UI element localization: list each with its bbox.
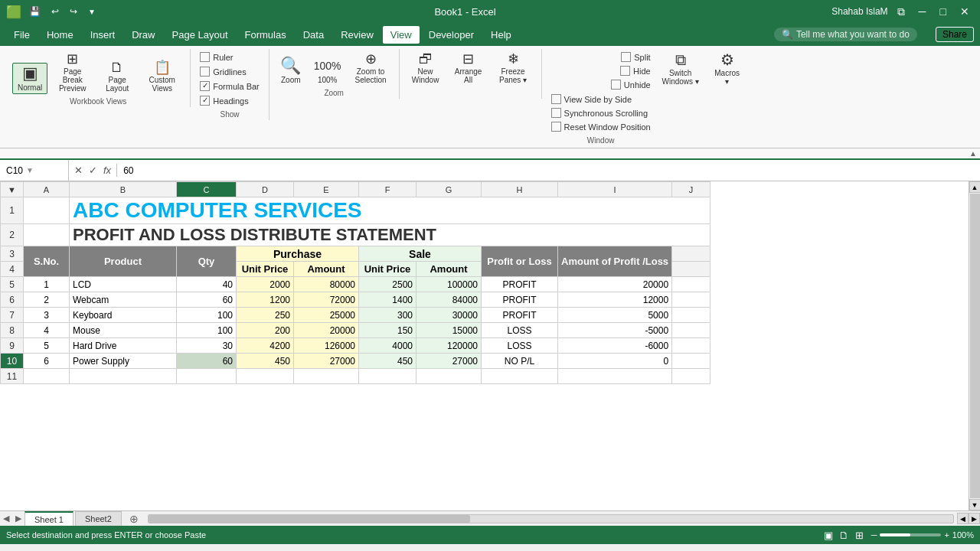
- reset-window-label[interactable]: Reset Window Position: [548, 120, 654, 133]
- cell-B2[interactable]: PROFIT AND LOSS DISTRIBUTE STATEMENT: [70, 224, 710, 246]
- cell-DE3-purchase[interactable]: Purchase: [237, 246, 359, 262]
- cell-A7[interactable]: 3: [24, 308, 70, 323]
- cell-B5[interactable]: LCD: [70, 277, 177, 292]
- col-header-C[interactable]: C: [177, 182, 237, 197]
- cell-C10[interactable]: 60: [177, 354, 237, 369]
- custom-views-button[interactable]: 📋 Custom Views: [140, 59, 184, 94]
- cell-H11[interactable]: [482, 369, 558, 384]
- col-header-A[interactable]: A: [24, 182, 70, 197]
- cell-C5[interactable]: 40: [177, 277, 237, 292]
- cell-E6[interactable]: 72000: [294, 292, 359, 308]
- sync-scroll-label[interactable]: Synchronous Scrolling: [548, 106, 654, 119]
- normal-view-status-button[interactable]: ▣: [822, 528, 835, 543]
- ruler-checkbox-label[interactable]: Ruler: [197, 51, 263, 64]
- cell-C3-qty[interactable]: Qty: [177, 246, 237, 277]
- cell-C9[interactable]: 30: [177, 338, 237, 354]
- cell-A11[interactable]: [24, 369, 70, 384]
- menu-file[interactable]: File: [6, 26, 38, 44]
- gridlines-checkbox-label[interactable]: Gridlines: [197, 65, 263, 78]
- col-header-D[interactable]: D: [237, 182, 294, 197]
- zoom-100-button[interactable]: 100% 100%: [309, 59, 346, 86]
- redo-qat-button[interactable]: ↪: [67, 5, 80, 18]
- hscroll-right[interactable]: ▶: [969, 513, 980, 524]
- hide-checkbox[interactable]: [620, 66, 630, 76]
- cell-D4-unit-price-p[interactable]: Unit Price: [237, 262, 294, 277]
- cell-H9[interactable]: LOSS: [482, 338, 558, 354]
- cell-B7[interactable]: Keyboard: [70, 308, 177, 323]
- cell-F7[interactable]: 300: [359, 308, 416, 323]
- cell-A10[interactable]: 6: [24, 354, 70, 369]
- cell-F10[interactable]: 450: [359, 354, 416, 369]
- col-header-H[interactable]: H: [482, 182, 558, 197]
- col-header-B[interactable]: B: [70, 182, 177, 197]
- col-header-I[interactable]: I: [558, 182, 672, 197]
- menu-developer[interactable]: Developer: [421, 26, 482, 44]
- cell-E7[interactable]: 25000: [294, 308, 359, 323]
- zoom-slider[interactable]: [880, 533, 941, 536]
- cell-G9[interactable]: 120000: [416, 338, 482, 354]
- sheet-tab-2[interactable]: Sheet2: [75, 511, 122, 526]
- zoom-button[interactable]: 🔍 Zoom: [276, 56, 306, 86]
- cell-A1[interactable]: [24, 197, 70, 224]
- view-side-by-side-cb[interactable]: [551, 94, 561, 104]
- col-header-F[interactable]: F: [359, 182, 416, 197]
- cell-G4-amount-s[interactable]: Amount: [416, 262, 482, 277]
- cell-I7[interactable]: 5000: [558, 308, 672, 323]
- cell-F9[interactable]: 4000: [359, 338, 416, 354]
- cell-B9[interactable]: Hard Drive: [70, 338, 177, 354]
- sheet-tab-1[interactable]: Sheet 1: [24, 511, 74, 527]
- cell-A8[interactable]: 4: [24, 323, 70, 338]
- split-checkbox[interactable]: [621, 52, 631, 62]
- cell-E8[interactable]: 20000: [294, 323, 359, 338]
- hscroll-thumb[interactable]: [149, 515, 470, 523]
- restore-button[interactable]: ⧉: [893, 4, 910, 20]
- cell-C11[interactable]: [177, 369, 237, 384]
- new-window-button[interactable]: 🗗 New Window: [406, 51, 446, 86]
- minimize-button[interactable]: ─: [914, 4, 931, 19]
- page-break-status-button[interactable]: ⊞: [854, 528, 865, 543]
- cell-I3-amount-pl[interactable]: Amount of Profit /Loss: [558, 246, 672, 277]
- headings-checkbox-label[interactable]: Headings: [197, 94, 263, 107]
- cell-F8[interactable]: 150: [359, 323, 416, 338]
- cell-I11[interactable]: [558, 369, 672, 384]
- page-layout-status-button[interactable]: 🗋: [838, 528, 851, 543]
- close-button[interactable]: ✕: [956, 4, 974, 19]
- menu-home[interactable]: Home: [39, 26, 81, 44]
- insert-function-button[interactable]: fx: [101, 164, 113, 177]
- ruler-checkbox[interactable]: [200, 52, 210, 62]
- page-layout-button[interactable]: 🗋 Page Layout: [97, 59, 137, 94]
- cell-H3-profit-loss[interactable]: Profit or Loss: [482, 246, 558, 277]
- page-break-button[interactable]: ⊞ Page Break Preview: [51, 51, 94, 94]
- arrange-all-button[interactable]: ⊟ Arrange All: [449, 51, 488, 86]
- cell-B11[interactable]: [70, 369, 177, 384]
- sheet-scroll-right[interactable]: ▶: [12, 514, 24, 523]
- cell-B10[interactable]: Power Supply: [70, 354, 177, 369]
- menu-draw[interactable]: Draw: [124, 26, 162, 44]
- cell-reference-box[interactable]: C10 ▼: [0, 160, 69, 181]
- macros-button[interactable]: ⚙ Macros ▾: [707, 51, 747, 87]
- reset-window-cb[interactable]: [551, 122, 561, 132]
- cell-D8[interactable]: 200: [237, 323, 294, 338]
- cell-I5[interactable]: 20000: [558, 277, 672, 292]
- sheet-scroll-left[interactable]: ◀: [0, 514, 12, 523]
- hide-checkbox-label[interactable]: Hide: [617, 64, 654, 77]
- split-checkbox-label[interactable]: Split: [618, 51, 653, 64]
- cell-B1[interactable]: ABC COMPUTER SERVICES: [70, 197, 710, 224]
- view-side-by-side-label[interactable]: View Side by Side: [548, 93, 654, 106]
- cell-E5[interactable]: 80000: [294, 277, 359, 292]
- col-header-E[interactable]: E: [294, 182, 359, 197]
- cell-H7[interactable]: PROFIT: [482, 308, 558, 323]
- tell-me-bar[interactable]: 🔍 Tell me what you want to do: [774, 28, 917, 41]
- horizontal-scrollbar[interactable]: [145, 514, 957, 523]
- cell-E10[interactable]: 27000: [294, 354, 359, 369]
- cell-I8[interactable]: -5000: [558, 323, 672, 338]
- scroll-thumb[interactable]: [970, 194, 980, 498]
- cell-B6[interactable]: Webcam: [70, 292, 177, 308]
- col-header-G[interactable]: G: [416, 182, 482, 197]
- cell-I10[interactable]: 0: [558, 354, 672, 369]
- gridlines-checkbox[interactable]: [200, 67, 210, 77]
- cell-D7[interactable]: 250: [237, 308, 294, 323]
- cell-D6[interactable]: 1200: [237, 292, 294, 308]
- cell-E11[interactable]: [294, 369, 359, 384]
- save-qat-button[interactable]: 💾: [26, 5, 44, 18]
